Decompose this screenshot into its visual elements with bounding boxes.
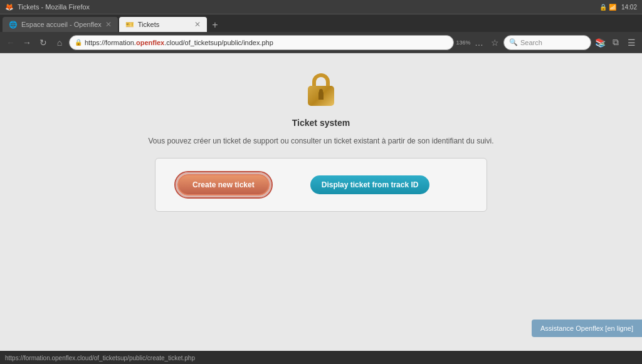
systray-icons: 🔒 📶 <box>599 4 616 11</box>
forward-button[interactable]: → <box>20 36 34 49</box>
home-button[interactable]: ⌂ <box>53 36 66 49</box>
display-ticket-button[interactable]: Display ticket from track ID <box>310 175 430 194</box>
page-content: Ticket system Vous pouvez créer un ticke… <box>0 53 642 351</box>
address-url: https://formation.openflex.cloud/of_tick… <box>85 39 448 46</box>
create-btn-wrapper: Create new ticket <box>174 171 273 199</box>
padlock-shackle <box>312 73 330 87</box>
os-title: Tickets - Mozilla Firefox <box>18 3 90 11</box>
bookmark-button[interactable]: ☆ <box>488 36 502 49</box>
tab-close-2[interactable]: ✕ <box>194 20 201 29</box>
navbar: ← → ↻ ⌂ 🔒 https://formation.openflex.clo… <box>0 32 642 53</box>
os-titlebar-left: 🦊 Tickets - Mozilla Firefox <box>5 3 90 11</box>
firefox-icon: 🦊 <box>5 3 14 11</box>
sidebar-button[interactable]: ⧉ <box>609 36 623 49</box>
statusbar: https://formation.openflex.cloud/of_tick… <box>0 351 642 364</box>
padlock-icon <box>302 72 340 113</box>
page-title: Ticket system <box>292 118 350 128</box>
tab-label-2: Tickets <box>138 21 159 28</box>
lock-icon: 🔒 <box>75 39 82 46</box>
back-button[interactable]: ← <box>4 36 18 49</box>
tab-espace-accueil[interactable]: 🌐 Espace accueil - Openflex ✕ <box>3 17 118 32</box>
action-card: Create new ticket Display ticket from tr… <box>155 158 487 212</box>
address-prefix: https://formation. <box>85 39 136 46</box>
os-titlebar: 🦊 Tickets - Mozilla Firefox 🔒 📶 14:02 <box>0 0 642 14</box>
tabbar: 🌐 Espace accueil - Openflex ✕ 🎫 Tickets … <box>0 14 642 32</box>
tab-close-1[interactable]: ✕ <box>105 20 112 29</box>
address-bar[interactable]: 🔒 https://formation.openflex.cloud/of_ti… <box>69 35 454 50</box>
address-rest: .cloud/of_ticketsup/public/index.php <box>164 39 273 46</box>
search-bar[interactable]: 🔍 Search <box>503 35 591 50</box>
search-icon: 🔍 <box>509 38 518 46</box>
new-tab-button[interactable]: + <box>208 18 222 32</box>
search-placeholder: Search <box>520 39 542 46</box>
page-description: Vous pouvez créer un ticket de support o… <box>149 137 494 145</box>
tab-favicon: 🌐 <box>9 21 18 29</box>
padlock-body <box>308 86 334 106</box>
reader-mode-button[interactable]: … <box>472 36 486 49</box>
os-time: 14:02 <box>621 4 637 11</box>
library-button[interactable]: 📚 <box>593 36 607 49</box>
tab-favicon-2: 🎫 <box>125 21 134 29</box>
tab-label: Espace accueil - Openflex <box>21 21 102 28</box>
address-domain: openflex <box>136 39 164 46</box>
tab-tickets[interactable]: 🎫 Tickets ✕ <box>119 17 207 32</box>
nav-right-controls: 136% … ☆ 🔍 Search 📚 ⧉ ☰ <box>456 35 638 50</box>
menu-button[interactable]: ☰ <box>624 36 638 49</box>
browser-chrome: 🌐 Espace accueil - Openflex ✕ 🎫 Tickets … <box>0 14 642 53</box>
padlock-keyhole <box>318 91 324 100</box>
create-new-ticket-button[interactable]: Create new ticket <box>177 174 270 195</box>
reload-button[interactable]: ↻ <box>36 36 50 49</box>
zoom-level[interactable]: 136% <box>456 36 470 49</box>
os-titlebar-right: 🔒 📶 14:02 <box>599 4 637 11</box>
status-url: https://formation.openflex.cloud/of_tick… <box>5 355 195 361</box>
assistance-widget[interactable]: Assistance Openflex [en ligne] <box>532 320 642 337</box>
